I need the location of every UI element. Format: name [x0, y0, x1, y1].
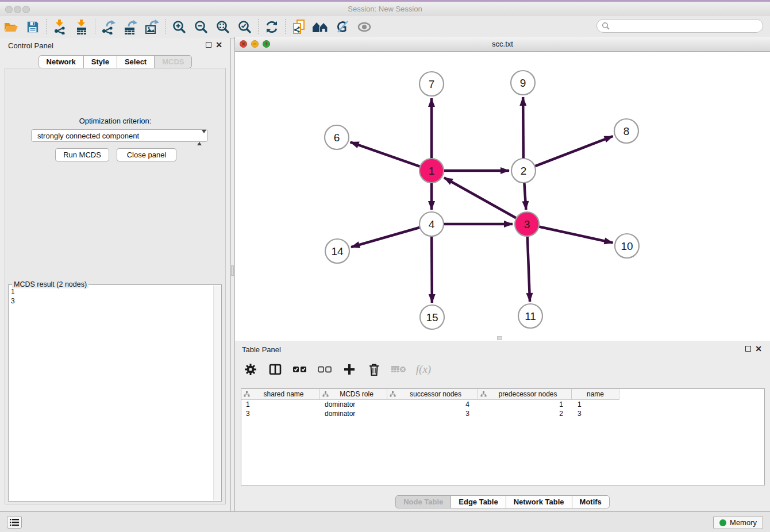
titlebar: Session: New Session — [0, 2, 770, 17]
zoom-out-button[interactable] — [190, 18, 212, 36]
table-toolbar: f(x) — [241, 357, 433, 382]
status-bar: Memory — [0, 511, 770, 532]
import-table-button[interactable] — [71, 18, 93, 36]
app-window: Session: New Session — [0, 0, 770, 532]
splitter-handle[interactable] — [231, 265, 234, 276]
refresh-icon — [265, 20, 279, 34]
function-builder-button[interactable]: f(x) — [414, 360, 433, 379]
search-input[interactable] — [613, 21, 763, 31]
mcds-result-text[interactable]: 1 3 — [11, 287, 212, 499]
zoom-out-icon — [194, 20, 208, 34]
graph-edge-2-9[interactable] — [523, 97, 523, 160]
search-box[interactable] — [596, 19, 763, 33]
refresh-button[interactable] — [261, 18, 283, 36]
save-icon — [26, 21, 39, 33]
criterion-dropdown[interactable]: strongly connected component — [31, 129, 208, 142]
cell-predecessor[interactable]: 1 — [478, 400, 572, 409]
add-column-button[interactable] — [340, 360, 359, 379]
open-folder-icon — [3, 21, 18, 33]
canvas-grip[interactable] — [497, 336, 502, 340]
cell-predecessor[interactable]: 2 — [478, 409, 572, 418]
network-canvas[interactable]: 7968124314101511 — [235, 52, 770, 341]
tab-mcds[interactable]: MCDS — [154, 55, 192, 68]
export-table-icon — [123, 20, 138, 34]
graph-edge-3-10[interactable] — [538, 226, 613, 243]
zoom-selected-button[interactable] — [234, 18, 256, 36]
graph-edge-4-15[interactable] — [432, 235, 432, 303]
import-table-icon — [75, 20, 88, 34]
graph-node-label-9: 9 — [520, 77, 526, 89]
col-name[interactable]: name — [572, 389, 619, 400]
checked-boxes-icon — [293, 366, 307, 373]
tab-motifs[interactable]: Motifs — [572, 495, 610, 508]
col-successor-nodes[interactable]: successor nodes — [387, 389, 478, 400]
export-network-button[interactable] — [98, 18, 120, 36]
col-predecessor-nodes[interactable]: predecessor nodes — [478, 389, 572, 400]
graph-edge-2-8[interactable] — [534, 136, 613, 167]
zoom-fit-button[interactable] — [212, 18, 234, 36]
col-mcds-role[interactable]: MCDS role — [320, 389, 387, 400]
zoom-in-button[interactable] — [168, 18, 190, 36]
memory-button[interactable]: Memory — [713, 516, 763, 529]
close-panel-button[interactable]: Close panel — [117, 148, 176, 161]
graph-edge-3-11[interactable] — [528, 235, 530, 302]
network-window-titlebar[interactable]: ✕ − + scc.txt — [235, 37, 770, 52]
table-float-icon[interactable] — [745, 346, 751, 352]
graph-edge-1-6[interactable] — [351, 142, 421, 167]
tab-select[interactable]: Select — [117, 55, 155, 68]
table-settings-button[interactable] — [241, 360, 260, 379]
task-history-button[interactable] — [7, 516, 22, 529]
tab-style[interactable]: Style — [83, 55, 117, 68]
cell-successor[interactable]: 4 — [387, 400, 478, 409]
duplicate-network-button[interactable] — [288, 18, 310, 36]
tab-node-table[interactable]: Node Table — [395, 495, 451, 508]
run-mcds-button[interactable]: Run MCDS — [55, 148, 109, 161]
graph-node-label-11: 11 — [525, 310, 536, 322]
cell-mcds-role[interactable]: dominator — [320, 400, 387, 409]
open-session-button[interactable] — [0, 18, 22, 36]
graph-node-label-8: 8 — [623, 125, 630, 137]
close-panel-icon[interactable]: ✕ — [215, 40, 222, 49]
table-close-icon[interactable]: ✕ — [755, 344, 762, 353]
table-panel: Table Panel ✕ — [234, 341, 770, 511]
delete-column-button[interactable] — [364, 360, 384, 379]
table-row[interactable]: 3 dominator 3 2 3 — [241, 409, 764, 418]
table-row[interactable]: 1 dominator 4 1 1 — [241, 400, 764, 409]
tab-network[interactable]: Network — [38, 55, 84, 68]
graph-edge-4-14[interactable] — [351, 227, 421, 247]
graph-node-label-14: 14 — [331, 245, 344, 257]
graph-node-label-3: 3 — [524, 218, 530, 230]
tab-network-table[interactable]: Network Table — [506, 495, 572, 508]
dropdown-stepper-icon — [197, 132, 202, 141]
tab-edge-table[interactable]: Edge Table — [451, 495, 506, 508]
col-shared-name[interactable]: shared name — [241, 389, 320, 400]
show-hide-panel-button[interactable] — [353, 18, 375, 36]
graph-edge-3-1[interactable] — [444, 178, 518, 218]
result-scrollbar[interactable] — [213, 286, 221, 500]
cell-name[interactable]: 3 — [572, 409, 619, 418]
import-network-button[interactable] — [49, 18, 71, 36]
hide-graphics-details-button[interactable] — [332, 18, 353, 36]
toolbar-separator — [46, 19, 47, 35]
save-session-button[interactable] — [22, 18, 44, 36]
cell-name[interactable]: 1 — [572, 400, 619, 409]
graph-edge-2-3[interactable] — [524, 182, 526, 210]
trash-icon — [368, 363, 380, 376]
graph-node-label-1: 1 — [429, 165, 435, 177]
float-panel-icon[interactable] — [206, 42, 211, 48]
deselect-all-button[interactable] — [315, 360, 334, 379]
export-table-button[interactable] — [120, 18, 141, 36]
delete-table-button[interactable] — [389, 360, 409, 379]
select-all-button[interactable] — [290, 360, 310, 379]
gear-icon — [244, 363, 257, 376]
export-image-button[interactable] — [141, 18, 163, 36]
cell-successor[interactable]: 3 — [387, 409, 478, 418]
show-columns-button[interactable] — [265, 360, 285, 379]
cell-shared-name[interactable]: 3 — [241, 409, 320, 418]
network-graph[interactable]: 7968124314101511 — [235, 52, 770, 341]
memory-label: Memory — [730, 518, 757, 527]
cell-mcds-role[interactable]: dominator — [320, 409, 387, 418]
cell-shared-name[interactable]: 1 — [241, 400, 320, 409]
home-view-button[interactable] — [310, 18, 332, 36]
node-table[interactable]: shared name MCDS role successor nodes pr… — [241, 388, 765, 485]
